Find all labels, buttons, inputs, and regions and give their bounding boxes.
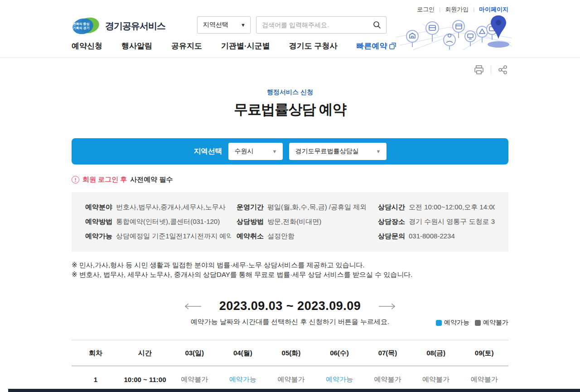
slot-cell: 예약불가 <box>267 366 315 392</box>
slot-cell: 예약불가 <box>412 366 460 392</box>
nav-provincial-office[interactable]: 경기도 구청사 <box>289 41 338 51</box>
col-day: 05(화) <box>267 340 315 366</box>
slot-cell: 예약불가 <box>170 366 219 392</box>
info-item: 예약취소설정안함 <box>237 232 372 241</box>
search-icon[interactable] <box>372 20 382 29</box>
time-range: 10:00 ~ 11:00 <box>120 366 170 392</box>
col-day: 09(토) <box>460 340 508 366</box>
nav-reservation[interactable]: 예약신청 <box>72 41 102 51</box>
week-navigator: 2023.09.03 ~ 2023.09.09 <box>72 299 508 313</box>
slot-cell[interactable]: 예약가능 <box>315 366 364 392</box>
svg-text:변화의 중심: 변화의 중심 <box>73 22 90 26</box>
chevron-down-icon: ▼ <box>241 22 246 28</box>
service-category: 행정서비스 신청 <box>72 88 508 97</box>
main-nav: 예약신청 행사알림 공유지도 기관별·시군별 경기도 구청사 빠른예약 <box>72 41 396 51</box>
info-item: 예약가능상담예정일 기준1일전17시전까지 예약가능 <box>85 232 231 241</box>
col-round: 회차 <box>72 340 120 366</box>
site-header: 로그인 | 회원가입 | 마이페이지 변화의 중심 기회의 경기 경기공유서비스… <box>0 0 580 58</box>
logo-text: 경기공유서비스 <box>105 20 165 32</box>
slot-status: 예약불가 <box>277 375 304 383</box>
print-button[interactable] <box>474 64 484 75</box>
col-day: 07(목) <box>363 340 412 366</box>
col-day: 04(월) <box>219 340 267 366</box>
page-tools <box>72 64 508 76</box>
next-week-button[interactable] <box>378 303 396 310</box>
info-item: 예약방법통합예약(인터넷),콜센터(031-120) <box>85 218 231 226</box>
info-item: 상담장소경기 수원시 영통구 도청로 30 <box>378 218 495 226</box>
slot-status: 예약불가 <box>181 375 208 383</box>
week-range-label: 2023.09.03 ~ 2023.09.09 <box>219 299 361 313</box>
col-time: 시간 <box>120 340 170 366</box>
unavailable-swatch <box>475 320 481 326</box>
site-logo[interactable]: 변화의 중심 기회의 경기 경기공유서비스 <box>72 15 165 36</box>
slot-cell: 예약불가 <box>460 366 508 392</box>
nav-events[interactable]: 행사알림 <box>121 41 152 51</box>
reservation-info-box: 예약분야번호사,법무사,중개사,세무사,노무사 운영기간평일(월,화,수,목,금… <box>72 192 508 252</box>
center-select-value: 경기도무료법률상담실 <box>295 147 359 155</box>
slot-status: 예약불가 <box>422 375 450 383</box>
share-icon <box>498 64 508 75</box>
svg-text:기회의 경기: 기회의 경기 <box>73 26 90 30</box>
table-row: 1 10:00 ~ 11:00 예약불가 예약가능 예약불가 예약가능 예약불가… <box>72 366 508 392</box>
location-pin-icon <box>491 15 506 39</box>
region-filter-banner: 지역선택 수원시 ▼ 경기도무료법률상담실 ▼ <box>72 138 508 165</box>
print-icon <box>474 64 484 75</box>
timeslot-table: 회차 시간 03(일) 04(월) 05(화) 06(수) 07(목) 08(금… <box>72 340 508 392</box>
info-item: 예약분야번호사,법무사,중개사,세무사,노무사 <box>85 203 231 212</box>
arrow-left-icon <box>184 303 202 310</box>
col-day: 08(금) <box>412 340 460 366</box>
slot-status: 예약불가 <box>471 375 498 383</box>
chevron-down-icon: ▼ <box>376 149 381 154</box>
notice-rest: 사전예약 필수 <box>130 175 173 184</box>
legend-available: 예약가능 <box>436 319 469 327</box>
note-line: ※ 변호사, 법무사, 세무사 노무사, 중개사의 상담DAY를 통해 무료로 … <box>72 270 508 279</box>
round-number: 1 <box>72 366 120 392</box>
info-item: 상담문의031-8008-2234 <box>378 232 495 241</box>
slot-cell[interactable]: 예약가능 <box>219 366 267 392</box>
window-bottom-edge <box>8 389 580 392</box>
slot-cell: 예약불가 <box>363 366 412 392</box>
info-item: 상담방법방문,전화(비대면) <box>237 218 372 226</box>
center-select[interactable]: 경기도무료법률상담실 ▼ <box>289 143 387 160</box>
search-input[interactable] <box>262 21 372 29</box>
legend-unavailable: 예약불가 <box>475 319 508 327</box>
note-line: ※ 민사,가사,형사 등 시민 생활과 밀접한 분야의 법률·세무·노무 상담서… <box>72 260 508 270</box>
chevron-down-icon: ▼ <box>272 149 277 154</box>
arrow-right-icon <box>378 303 396 310</box>
prev-week-button[interactable] <box>184 303 202 310</box>
legend: 예약가능 예약불가 <box>436 319 508 327</box>
quick-reservation-label: 빠른예약 <box>356 41 387 51</box>
page-title: 무료법률상담 예약 <box>72 100 508 119</box>
city-select[interactable]: 수원시 ▼ <box>228 143 283 160</box>
login-notice: ! 회원 로그인 후 사전예약 필수 <box>72 175 508 184</box>
info-circle-icon: ! <box>72 176 79 184</box>
col-day: 06(수) <box>315 340 364 366</box>
region-select-value: 지역선택 <box>203 21 228 29</box>
table-header-row: 회차 시간 03(일) 04(월) 05(화) 06(수) 07(목) 08(금… <box>72 340 508 366</box>
gyeonggi-logo-icon: 변화의 중심 기회의 경기 <box>72 15 101 36</box>
slot-status: 예약불가 <box>374 375 401 383</box>
slot-status[interactable]: 예약가능 <box>229 375 256 383</box>
nav-by-agency[interactable]: 기관별·시군별 <box>221 41 270 51</box>
notice-highlight: 회원 로그인 후 <box>82 175 127 184</box>
share-button[interactable] <box>498 64 508 75</box>
nav-quick-reservation[interactable]: 빠른예약 <box>356 41 396 51</box>
header-region-select[interactable]: 지역선택 ▼ <box>197 16 251 34</box>
slot-status[interactable]: 예약가능 <box>326 375 353 383</box>
col-day: 03(일) <box>170 340 219 366</box>
map-pins-illustration <box>395 10 513 52</box>
info-item: 상담시간오전 10:00~12:00,오후 14:00~17:00 <box>378 203 495 212</box>
filter-label: 지역선택 <box>194 147 222 156</box>
nav-share-map[interactable]: 공유지도 <box>171 41 202 51</box>
search-box <box>256 16 387 34</box>
service-notes: ※ 민사,가사,형사 등 시민 생활과 밀접한 분야의 법률·세무·노무 상담서… <box>72 260 508 279</box>
info-item: 운영기간평일(월,화,수,목,금) /공휴일 제외 <box>237 203 372 212</box>
available-swatch <box>436 320 442 326</box>
city-select-value: 수원시 <box>235 147 254 155</box>
divider <box>491 66 491 74</box>
